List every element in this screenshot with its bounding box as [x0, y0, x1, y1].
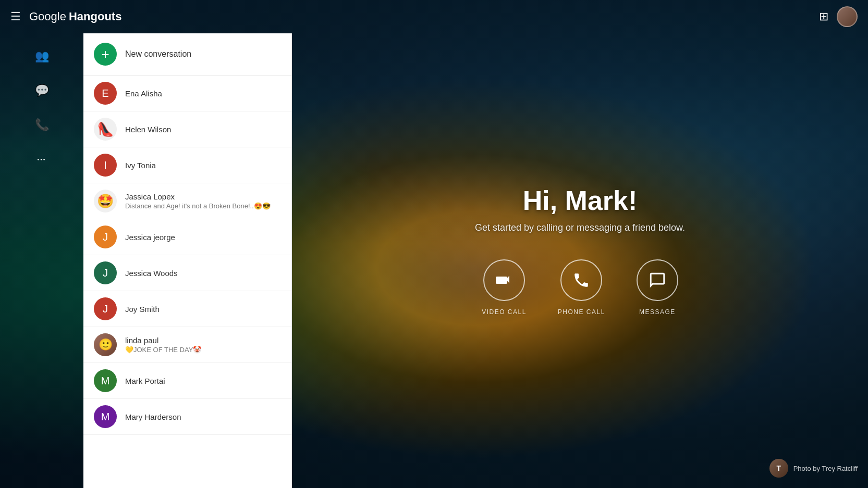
contact-info-helen: Helen Wilson	[125, 125, 281, 134]
top-bar: ☰ Google Hangouts ⊞	[0, 0, 868, 33]
contacts-panel: + New conversation E Ena Alisha 👠 Helen …	[83, 33, 292, 488]
new-conversation-label: New conversation	[125, 49, 191, 59]
user-avatar[interactable]	[837, 6, 858, 27]
video-call-label: VIDEO CALL	[482, 308, 527, 316]
app-wrapper: ☰ Google Hangouts ⊞ 👥 💬 📞 ●●● +	[0, 0, 868, 488]
message-button[interactable]	[637, 259, 678, 301]
photo-credit-text: Photo by Trey Ratcliff	[793, 465, 858, 472]
contact-info-jassica: Jassica Lopex Distance and Age! it's not…	[125, 192, 281, 210]
contact-avatar-mary: M	[94, 405, 117, 428]
logo: Google Hangouts	[29, 10, 121, 23]
contact-item-jessica-jeorge[interactable]: J Jessica jeorge	[83, 219, 291, 255]
new-conversation-icon: +	[94, 43, 117, 66]
video-call-group: VIDEO CALL	[482, 259, 527, 316]
contact-avatar-mark: M	[94, 369, 117, 392]
message-icon	[649, 271, 666, 289]
contact-avatar-jessica-jeorge: J	[94, 226, 117, 248]
contact-info-mary: Mary Harderson	[125, 412, 281, 421]
video-call-button[interactable]	[483, 259, 525, 301]
contact-preview-jassica: Distance and Age! it's not a Broken Bone…	[125, 202, 281, 210]
photo-credit-avatar: T	[769, 459, 788, 478]
logo-hangouts-text: Hangouts	[69, 10, 121, 23]
hamburger-menu-icon[interactable]: ☰	[10, 10, 21, 23]
contact-item-jessica-woods[interactable]: J Jessica Woods	[83, 255, 291, 291]
contact-item-helen-wilson[interactable]: 👠 Helen Wilson	[83, 111, 291, 147]
contact-name-linda: linda paul	[125, 336, 281, 345]
greeting-title: Hi, Mark!	[523, 185, 638, 216]
contact-item-mary-harderson[interactable]: M Mary Harderson	[83, 399, 291, 435]
contact-info-joy: Joy Smith	[125, 305, 281, 314]
contact-name-ena: Ena Alisha	[125, 89, 281, 98]
phone-nav-icon: 📞	[35, 118, 49, 132]
contact-avatar-linda: 🙂	[94, 333, 117, 356]
new-conversation-item[interactable]: + New conversation	[83, 33, 291, 76]
greeting-subtitle: Get started by calling or messaging a fr…	[475, 222, 685, 233]
contact-info-ivy: Ivy Tonia	[125, 161, 281, 170]
logo-google-text: Google	[29, 10, 66, 23]
message-label: MESSAGE	[639, 308, 676, 316]
contact-item-ivy-tonia[interactable]: I Ivy Tonia	[83, 147, 291, 183]
contact-info-jessica-jeorge: Jessica jeorge	[125, 233, 281, 242]
contact-name-jessica-jeorge: Jessica jeorge	[125, 233, 281, 242]
sidebar-nav: 👥 💬 📞 ●●●	[0, 33, 83, 488]
grid-apps-icon[interactable]: ⊞	[819, 10, 828, 23]
people-icon: 👥	[35, 49, 49, 63]
contact-item-linda-paul[interactable]: 🙂 linda paul 💛JOKE OF THE DAY🤡	[83, 327, 291, 363]
sidebar-item-phone[interactable]: 📞	[29, 112, 54, 137]
right-panel: Hi, Mark! Get started by calling or mess…	[292, 33, 868, 488]
phone-call-icon	[572, 271, 590, 289]
photo-credit: T Photo by Trey Ratcliff	[769, 459, 858, 478]
contact-avatar-joy: J	[94, 297, 117, 320]
main-content: + New conversation E Ena Alisha 👠 Helen …	[83, 33, 868, 488]
sidebar-item-more[interactable]: ●●●	[29, 147, 54, 172]
contact-avatar-jassica: 🤩	[94, 190, 117, 212]
contact-preview-linda: 💛JOKE OF THE DAY🤡	[125, 346, 281, 354]
contact-info-jessica-woods: Jessica Woods	[125, 269, 281, 278]
phone-call-label: PHONE CALL	[558, 308, 605, 316]
contact-name-mary: Mary Harderson	[125, 412, 281, 421]
contact-name-helen: Helen Wilson	[125, 125, 281, 134]
contact-item-joy-smith[interactable]: J Joy Smith	[83, 291, 291, 327]
contact-item-jassica-lopex[interactable]: 🤩 Jassica Lopex Distance and Age! it's n…	[83, 183, 291, 219]
contact-name-jessica-woods: Jessica Woods	[125, 269, 281, 278]
contact-name-joy: Joy Smith	[125, 305, 281, 314]
action-buttons: VIDEO CALL PHONE CALL	[482, 259, 678, 316]
contact-avatar-ivy: I	[94, 154, 117, 177]
sidebar-item-chat[interactable]: 💬	[29, 78, 54, 103]
contact-name-jassica: Jassica Lopex	[125, 192, 281, 201]
phone-call-group: PHONE CALL	[558, 259, 605, 316]
contact-item-ena-alisha[interactable]: E Ena Alisha	[83, 76, 291, 111]
contact-item-mark-portai[interactable]: M Mark Portai	[83, 363, 291, 399]
message-group: MESSAGE	[637, 259, 678, 316]
contact-name-mark: Mark Portai	[125, 377, 281, 385]
sidebar-item-people[interactable]: 👥	[29, 44, 54, 69]
contact-info-linda: linda paul 💛JOKE OF THE DAY🤡	[125, 336, 281, 354]
contact-info-ena: Ena Alisha	[125, 89, 281, 98]
chat-icon: 💬	[35, 84, 49, 97]
more-icon: ●●●	[38, 158, 46, 161]
contact-name-ivy: Ivy Tonia	[125, 161, 281, 170]
contact-avatar-ena: E	[94, 82, 117, 105]
top-bar-right: ⊞	[819, 6, 858, 27]
phone-call-button[interactable]	[560, 259, 602, 301]
contact-info-mark: Mark Portai	[125, 377, 281, 385]
contact-avatar-jessica-woods: J	[94, 261, 117, 284]
video-call-icon	[495, 271, 514, 290]
contact-avatar-helen: 👠	[94, 118, 117, 141]
